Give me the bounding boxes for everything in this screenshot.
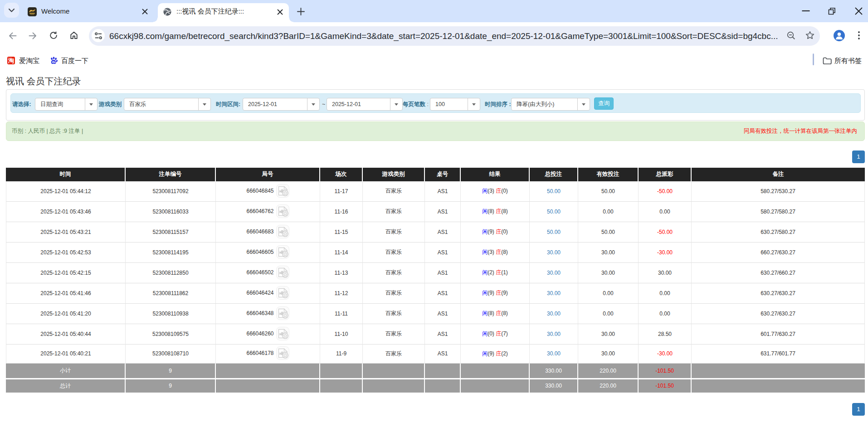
- svg-text:du: du: [52, 60, 55, 63]
